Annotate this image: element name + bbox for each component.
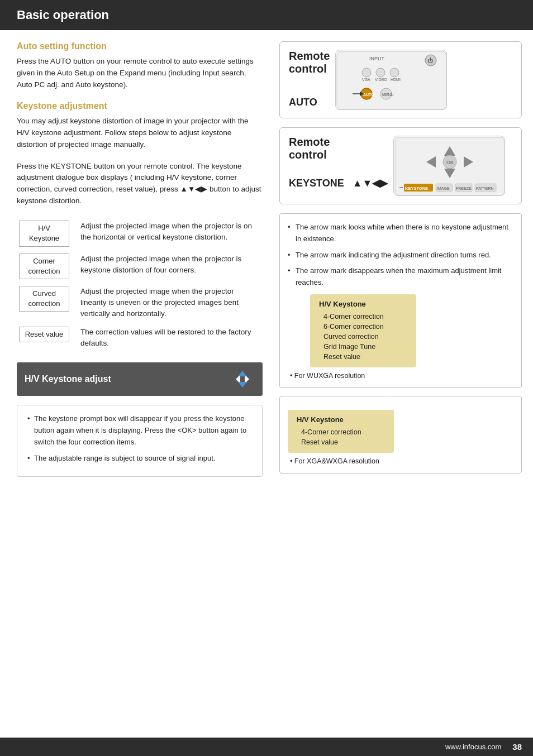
remote1-auto-label: AUTO: [289, 97, 330, 108]
right-bullet-item: •The arrow mark indicating the adjustmen…: [288, 250, 513, 261]
remote2-label: Remotecontrol: [289, 136, 388, 161]
right-notes-box-xga: H/V Keystone 4-Corner correctionReset va…: [279, 396, 522, 473]
menu-wuxga-item: 4-Corner correction: [319, 312, 407, 322]
remote2-arrows: ▲▼◀▶: [353, 178, 388, 189]
menu-wuxga-item: Reset value: [319, 352, 407, 362]
svg-text:FREEZE: FREEZE: [456, 186, 472, 190]
menu-wuxga-item: Curved correction: [319, 332, 407, 342]
svg-point-9: [376, 68, 385, 77]
keystone-label-cell: H/VKeystone: [17, 217, 78, 250]
menu-xga-item: Reset value: [297, 437, 385, 447]
bullet-item: The keystone prompt box will disappear i…: [27, 413, 252, 448]
for-xga-label: • For XGA&WXGA resolution: [288, 457, 513, 465]
keystone-desc-cell: Adjust the projected image when the proj…: [78, 217, 263, 250]
keystone-box: Reset value: [19, 327, 69, 342]
remote1-label: Remotecontrol: [289, 50, 330, 75]
keystone-table: H/VKeystoneAdjust the projected image wh…: [17, 217, 263, 352]
menu-wuxga-item: Grid Image Tune: [319, 342, 407, 352]
menu-xga-items: 4-Corner correctionReset value: [297, 427, 385, 447]
auto-section-body: Press the AUTO button on your remote con…: [17, 56, 263, 91]
svg-text:PATTERN: PATTERN: [476, 186, 494, 190]
keystone-box: Curvedcorrection: [19, 286, 69, 312]
keystone-table-row: CurvedcorrectionAdjust the projected ima…: [17, 283, 263, 323]
svg-text:VIDEO: VIDEO: [375, 78, 387, 82]
auto-section-title: Auto setting function: [17, 41, 263, 51]
keystone-body1: You may adjust keystone distortion of im…: [17, 116, 263, 151]
right-notes-box: •The arrow mark looks white when there i…: [279, 213, 522, 388]
right-column: Remotecontrol AUTO INPUT ⏻: [274, 41, 533, 481]
keystone-box: H/VKeystone: [19, 221, 69, 246]
svg-marker-2: [238, 371, 247, 376]
right-bullet-list: •The arrow mark looks white when there i…: [288, 222, 513, 289]
bullet-box: The keystone prompt box will disappear i…: [17, 405, 263, 477]
keystone-desc-cell: Adjust the projected image when the proj…: [78, 250, 263, 283]
keystone-section: Keystone adjustment You may adjust keyst…: [17, 101, 263, 352]
keystone-label-cell: Curvedcorrection: [17, 283, 78, 323]
bullet-list: The keystone prompt box will disappear i…: [27, 413, 252, 464]
keystone-section-title: Keystone adjustment: [17, 101, 263, 111]
keystone-body2: Press the KEYSTONE button on your remote…: [17, 161, 263, 208]
footer-url: www.infocus.com: [445, 743, 501, 751]
menu-box-xga: H/V Keystone 4-Corner correctionReset va…: [288, 410, 394, 453]
remote-box-1: Remotecontrol AUTO INPUT ⏻: [279, 41, 522, 118]
menu-wuxga-items: 4-Corner correction6-Corner correctionCu…: [319, 312, 407, 362]
svg-text:MENU: MENU: [382, 93, 394, 97]
hv-bar-label: H/V Keystone adjust: [25, 374, 111, 384]
remote1-illustration: INPUT ⏻ VGA VIDEO HDMI AUTO: [335, 50, 447, 110]
menu-box-wuxga: H/V Keystone 4-Corner correction6-Corner…: [310, 294, 416, 367]
svg-point-8: [362, 68, 371, 77]
svg-point-10: [390, 68, 399, 77]
remote-box-2: Remotecontrol KEYSTONE ▲▼◀▶: [279, 127, 522, 204]
hv-bar-arrows: [230, 368, 255, 390]
page-title: Basic operation: [17, 8, 109, 22]
keystone-box: Cornercorrection: [19, 253, 69, 279]
right-bullet-item: •The arrow mark looks white when there i…: [288, 222, 513, 245]
svg-text:IMAGE: IMAGE: [437, 186, 450, 190]
menu-wuxga-item: 6-Corner correction: [319, 322, 407, 332]
page-header: Basic operation: [0, 0, 533, 30]
right-bullet-item: •The arrow mark disappears when the maxi…: [288, 265, 513, 289]
svg-text:⏻: ⏻: [427, 58, 433, 64]
svg-text:OK: OK: [446, 160, 454, 165]
svg-text:INPUT: INPUT: [369, 56, 385, 61]
auto-section: Auto setting function Press the AUTO but…: [17, 41, 263, 91]
left-column: Auto setting function Press the AUTO but…: [0, 41, 274, 481]
keystone-label-cell: Reset value: [17, 323, 78, 353]
bullet-item: The adjustable range is subject to sourc…: [27, 453, 252, 465]
svg-marker-3: [238, 382, 247, 387]
menu-wuxga-title: H/V Keystone: [319, 300, 407, 308]
svg-text:HDMI: HDMI: [391, 78, 401, 82]
keystone-table-row: H/VKeystoneAdjust the projected image wh…: [17, 217, 263, 250]
hv-bar: H/V Keystone adjust: [17, 362, 263, 396]
keystone-label-cell: Cornercorrection: [17, 250, 78, 283]
svg-text:AUTO: AUTO: [363, 93, 374, 97]
for-wuxga-label: • For WUXGA resolution: [288, 372, 513, 380]
svg-text:VGA: VGA: [362, 78, 370, 82]
svg-text:KEYSTONE: KEYSTONE: [405, 186, 428, 191]
keystone-table-row: CornercorrectionAdjust the projected ima…: [17, 250, 263, 283]
remote2-illustration: OK KEYSTONE IMAGE FREEZE PATTERN: [393, 136, 505, 196]
page-number: 38: [512, 742, 522, 752]
page-footer: www.infocus.com 38: [0, 738, 533, 756]
keystone-table-row: Reset valueThe correction values will be…: [17, 323, 263, 353]
menu-xga-item: 4-Corner correction: [297, 427, 385, 437]
keystone-desc-cell: The correction values will be restored t…: [78, 323, 263, 353]
remote2-keystone-label: KEYSTONE ▲▼◀▶: [289, 177, 388, 189]
keystone-desc-cell: Adjust the projected image when the proj…: [78, 283, 263, 323]
menu-xga-title: H/V Keystone: [297, 415, 385, 424]
